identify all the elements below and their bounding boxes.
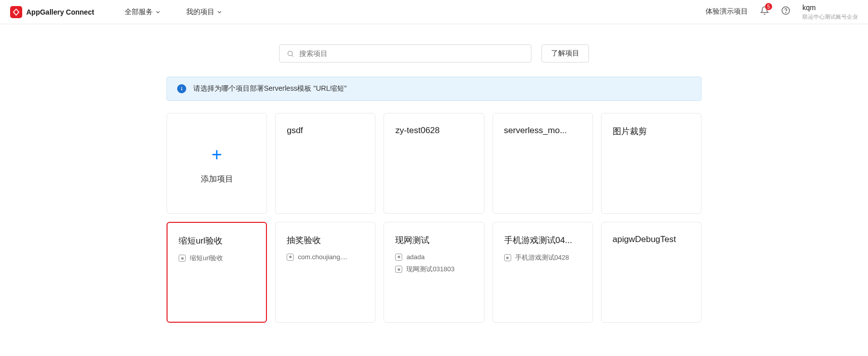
nav-my-projects[interactable]: 我的项目 <box>186 8 223 17</box>
project-title: 缩短url验收 <box>179 235 255 247</box>
project-card[interactable]: 图片裁剪 <box>601 113 701 214</box>
project-title: gsdf <box>287 126 364 136</box>
project-title: 图片裁剪 <box>613 126 690 137</box>
demo-link[interactable]: 体验演示项目 <box>706 7 748 16</box>
nav: 全部服务 我的项目 <box>125 8 223 17</box>
project-card[interactable]: 缩短url验收缩短url验收 <box>167 222 267 323</box>
help-button[interactable] <box>781 6 790 17</box>
search-icon <box>287 50 294 57</box>
svg-point-3 <box>181 87 182 88</box>
app-icon <box>179 255 186 262</box>
notifications-button[interactable]: 5 <box>760 6 769 17</box>
add-label: 添加项目 <box>201 174 233 185</box>
project-card[interactable]: zy-test0628 <box>384 113 484 214</box>
project-sub-label: 现网测试031803 <box>406 265 454 274</box>
app-icon <box>504 254 511 261</box>
project-title: 抽奖验收 <box>287 234 364 246</box>
help-icon <box>781 6 790 15</box>
nav-label: 全部服务 <box>125 8 153 17</box>
header: AppGallery Connect 全部服务 我的项目 体验演示项目 5 kq… <box>0 0 868 24</box>
info-icon <box>177 84 186 93</box>
svg-point-1 <box>786 13 786 13</box>
chevron-down-icon <box>216 9 223 15</box>
chevron-down-icon <box>155 9 161 15</box>
project-title: 手机游戏测试04... <box>504 234 581 246</box>
project-title: 现网测试 <box>395 234 472 246</box>
project-card[interactable]: apigwDebugTest <box>601 222 701 323</box>
project-card[interactable]: 现网测试adada现网测试031803 <box>384 222 484 323</box>
project-card[interactable]: 抽奖验收com.choujiang.... <box>275 222 375 323</box>
brand-text: AppGallery Connect <box>26 8 94 16</box>
project-card[interactable]: 手机游戏测试04...手机游戏测试0428 <box>493 222 593 323</box>
project-sub-item: adada <box>395 253 472 261</box>
plus-icon: + <box>211 146 222 164</box>
search-row: 了解项目 <box>167 44 701 63</box>
project-card[interactable]: serverless_mo... <box>493 113 593 214</box>
search-box[interactable] <box>279 44 531 63</box>
project-title: serverless_mo... <box>504 126 581 136</box>
project-title: apigwDebugTest <box>613 234 690 245</box>
app-icon <box>395 266 402 273</box>
header-right: 体验演示项目 5 kqm 联运中心测试账号企业 <box>706 3 858 21</box>
svg-point-2 <box>288 51 293 55</box>
main: 了解项目 请选择为哪个项目部署Serverless模板 "URL缩短" + 添加… <box>156 24 712 333</box>
project-sub-item: 手机游戏测试0428 <box>504 253 581 262</box>
svg-rect-4 <box>181 88 182 90</box>
project-grid: + 添加项目 gsdfzy-test0628serverless_mo...图片… <box>167 113 701 323</box>
logo-section[interactable]: AppGallery Connect <box>10 6 94 18</box>
project-sub-label: adada <box>406 253 424 261</box>
user-menu[interactable]: kqm 联运中心测试账号企业 <box>802 3 858 21</box>
project-sub-label: 手机游戏测试0428 <box>515 253 569 262</box>
project-sub-label: com.choujiang.... <box>298 253 347 261</box>
bell-badge: 5 <box>765 3 772 10</box>
project-card[interactable]: gsdf <box>275 113 375 214</box>
nav-all-services[interactable]: 全部服务 <box>125 8 161 17</box>
project-title: zy-test0628 <box>395 126 472 136</box>
user-org: 联运中心测试账号企业 <box>802 13 858 21</box>
info-banner: 请选择为哪个项目部署Serverless模板 "URL缩短" <box>167 77 701 101</box>
logo-icon <box>10 6 22 18</box>
project-sub-label: 缩短url验收 <box>190 254 223 263</box>
nav-label: 我的项目 <box>186 8 214 17</box>
project-sub-item: 现网测试031803 <box>395 265 472 274</box>
learn-button[interactable]: 了解项目 <box>541 44 589 63</box>
user-name: kqm <box>802 3 816 13</box>
app-icon <box>287 254 294 261</box>
app-icon <box>395 254 402 261</box>
project-sub-item: 缩短url验收 <box>179 254 255 263</box>
add-project-card[interactable]: + 添加项目 <box>167 113 267 214</box>
project-sub-item: com.choujiang.... <box>287 253 364 261</box>
info-text: 请选择为哪个项目部署Serverless模板 "URL缩短" <box>193 84 347 93</box>
search-input[interactable] <box>299 49 524 57</box>
